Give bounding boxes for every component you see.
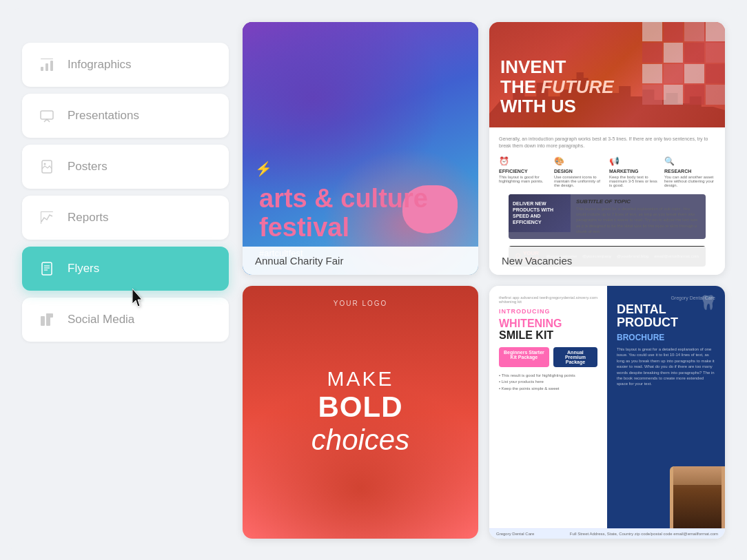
dental-split: thefirst app advanced teeth whitening ki… — [489, 286, 725, 528]
dental-pkg-annual: Annual Premium Package — [553, 347, 597, 367]
invent-mid-text: DELIVER NEW PRODUCTS WITH SPEED AND EFFI… — [513, 200, 566, 225]
svg-rect-2 — [50, 61, 53, 71]
feature-efficiency: ⏰ EFFICIENCY This layout is good for hig… — [499, 156, 550, 187]
card-bold-choices[interactable]: YOUR LOGO make BOLD choices — [243, 286, 478, 539]
bold-logo: YOUR LOGO — [334, 300, 388, 307]
invent-card-label: New Vacancies — [489, 247, 725, 275]
main-content: ⚡ arts & culture festival #artcultfest A… — [243, 22, 725, 539]
sidebar-item-infographics[interactable]: Infographics — [22, 43, 229, 87]
sidebar-item-social-media[interactable]: Social Media — [22, 298, 229, 342]
dental-footer-left: Gregory Dental Care — [496, 532, 534, 536]
bold-bold-text: BOLD — [311, 391, 409, 424]
cursor — [132, 289, 146, 311]
dental-right-desc: This layout is great for a detailed expl… — [617, 346, 715, 387]
card-invent-future[interactable]: INVENT THE FUTURE WITH US Generally, an … — [489, 22, 725, 275]
chart-bar-icon — [37, 55, 57, 74]
feature-marketing: 📢 MARKETING Keep the body text to maximu… — [609, 156, 660, 187]
presentation-icon — [37, 106, 57, 125]
arts-title: arts & culture festival — [259, 185, 462, 242]
dental-title: WHITENING SMILE KIT — [499, 318, 597, 342]
invent-mid-banner: DELIVER NEW PRODUCTS WITH SPEED AND EFFI… — [509, 194, 706, 239]
dental-footer-addr: Full Street Address, State, Country zip … — [570, 532, 718, 536]
feature-design: 🎨 DESIGN Use consistent icons to maintai… — [554, 156, 605, 187]
dental-introducing: INTRODUCING — [499, 308, 597, 315]
svg-rect-9 — [41, 211, 41, 224]
arts-text-block: arts & culture festival #artcultfest — [259, 185, 462, 258]
svg-rect-8 — [41, 211, 53, 212]
social-media-icon — [37, 310, 57, 329]
svg-rect-3 — [41, 59, 53, 59]
flyers-icon — [37, 259, 57, 278]
dental-photo-face — [673, 466, 722, 528]
bold-make-text: make — [311, 367, 409, 391]
svg-rect-1 — [45, 63, 48, 71]
dental-pkg-beginner: Beginners Starter Kit Package — [499, 347, 549, 367]
sidebar-item-presentations-label: Presentations — [68, 109, 139, 123]
sidebar-item-reports-label: Reports — [68, 211, 109, 225]
dental-left-panel: thefirst app advanced teeth whitening ki… — [489, 286, 607, 528]
bold-choices-text: choices — [311, 424, 409, 457]
sidebar-item-flyers-label: Flyers — [68, 262, 99, 276]
invent-desc: Generally, an introduction paragraph wor… — [499, 136, 715, 149]
svg-point-7 — [44, 163, 46, 165]
card-arts-festival[interactable]: ⚡ arts & culture festival #artcultfest A… — [243, 22, 478, 275]
poster-icon — [37, 157, 57, 176]
sidebar-item-flyers[interactable]: Flyers — [22, 247, 229, 291]
invent-features: ⏰ EFFICIENCY This layout is good for hig… — [499, 156, 715, 187]
arts-bolt-icon: ⚡ — [255, 160, 272, 177]
sidebar-item-reports[interactable]: Reports — [22, 196, 229, 240]
svg-marker-14 — [132, 289, 142, 307]
dental-photo — [670, 466, 725, 528]
dental-right-sub: BROCHURE — [617, 333, 715, 342]
sidebar-item-infographics-label: Infographics — [68, 58, 132, 72]
dental-list: This result is good for highlighting poi… — [499, 373, 597, 393]
invent-headline: INVENT THE FUTURE WITH US — [500, 57, 614, 116]
sidebar-item-posters-label: Posters — [68, 160, 108, 174]
sidebar-item-presentations[interactable]: Presentations — [22, 94, 229, 138]
feature-research: 🔍 RESEARCH You can add another asset her… — [664, 156, 715, 187]
invent-mid-subtitle: SUBTITLE OF TOPIC — [576, 198, 700, 205]
svg-rect-0 — [41, 67, 43, 71]
dental-footer: Gregory Dental Care Full Street Address,… — [489, 528, 725, 539]
invent-top-section: INVENT THE FUTURE WITH US — [489, 22, 725, 127]
sidebar-item-posters[interactable]: Posters — [22, 145, 229, 189]
dental-top-bar: thefirst app advanced teeth whitening ki… — [499, 295, 597, 304]
arts-hashtag: #artcultfest — [259, 248, 462, 258]
chart-line-icon — [37, 208, 57, 227]
card-dental[interactable]: thefirst app advanced teeth whitening ki… — [489, 286, 725, 539]
svg-rect-15 — [41, 316, 45, 326]
dental-packages: Beginners Starter Kit Package Annual Pre… — [499, 347, 597, 367]
sidebar: Infographics Presentations Posters — [22, 22, 229, 539]
svg-rect-10 — [42, 262, 52, 275]
svg-rect-17 — [46, 313, 53, 318]
svg-rect-4 — [41, 111, 53, 119]
sidebar-item-social-media-label: Social Media — [68, 313, 134, 326]
tooth-icon: 🦷 — [699, 294, 717, 311]
dental-right-panel: 🦷 Gregory Dental Care DENTAL PRODUCT BRO… — [607, 286, 725, 528]
bold-text-block: make BOLD choices — [311, 367, 409, 457]
invent-grid — [642, 22, 725, 105]
invent-mid-body: This layout is great for a detailed expl… — [576, 206, 700, 235]
